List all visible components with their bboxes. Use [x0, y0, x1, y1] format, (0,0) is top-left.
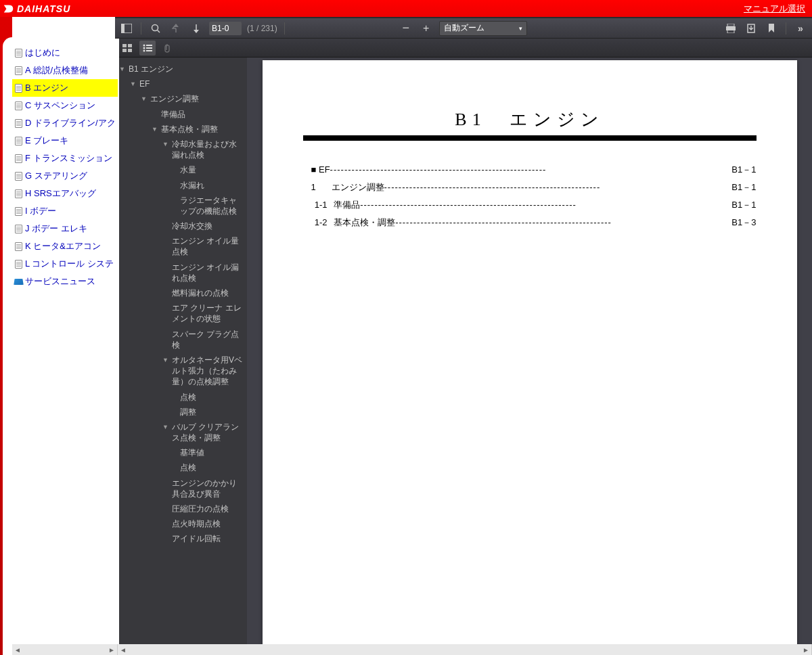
outline-item[interactable]: 点火時期点検: [116, 516, 246, 531]
outline-item[interactable]: ▼B1 エンジン: [116, 62, 246, 76]
outline-item[interactable]: エンジンのかかり具合及び異音: [116, 476, 246, 501]
outline-item[interactable]: ▼基本点検・調整: [116, 122, 246, 137]
zoom-select[interactable]: 自動ズーム ▾: [439, 21, 527, 36]
zoom-in-button[interactable]: +: [419, 21, 434, 36]
more-tools-button[interactable]: »: [793, 21, 808, 36]
outline-label: 準備品: [161, 109, 244, 120]
outline-item[interactable]: 点検: [116, 460, 246, 475]
download-button[interactable]: [744, 21, 759, 36]
bookmark-button[interactable]: [764, 21, 779, 36]
toc-label: 1エンジン調整: [311, 179, 384, 196]
outline-item[interactable]: スパーク プラグ点検: [116, 327, 246, 353]
svg-rect-18: [146, 50, 152, 51]
nav-item-1[interactable]: A 総説/点検整備: [12, 62, 118, 79]
table-of-contents: ■ EF -----------------------------------…: [303, 161, 757, 231]
nav-item-label: A 総説/点検整備: [25, 64, 88, 76]
outline-item[interactable]: エア クリーナ エレメントの状態: [116, 300, 246, 326]
outline-label: エンジン調整: [150, 93, 244, 104]
scroll-right-icon[interactable]: ►: [106, 644, 117, 655]
daihatsu-logo-icon: [3, 3, 15, 14]
outline-item[interactable]: アイドル回転: [116, 531, 246, 546]
next-page-button[interactable]: [189, 21, 204, 36]
scroll-right-icon[interactable]: ►: [800, 644, 811, 655]
nav-item-13[interactable]: サービスニュース: [12, 273, 118, 290]
outline-label: 水量: [180, 164, 244, 175]
nav-item-0[interactable]: はじめに: [12, 44, 118, 62]
outline-label: アイドル回転: [172, 533, 244, 544]
outline-item[interactable]: 調整: [116, 405, 246, 420]
scroll-left-icon[interactable]: ◄: [12, 644, 23, 655]
outline-item[interactable]: エンジン オイル量点検: [116, 233, 246, 259]
outline-label: オルタネータ用Vベルト張力（たわみ量）の点検調整: [172, 355, 244, 388]
prev-page-button[interactable]: [168, 21, 183, 36]
manual-select-link[interactable]: マニュアル選択: [744, 3, 805, 15]
main-area: はじめにA 総説/点検整備B エンジンC サスペンションD ドライブライン/アク…: [0, 17, 812, 655]
outline-label: EF: [139, 78, 244, 89]
outline-item[interactable]: 水漏れ: [116, 178, 246, 193]
thumbnail-view-button[interactable]: [119, 41, 135, 55]
sidebar-toggle-button[interactable]: [119, 21, 134, 36]
nav-item-9[interactable]: I ボデー: [12, 202, 118, 220]
nav-item-12[interactable]: L コントロール システ: [12, 255, 118, 273]
page-count-label: (1 / 231): [247, 24, 277, 33]
nav-item-8[interactable]: H SRSエアバッグ: [12, 185, 118, 202]
document-icon: [14, 189, 23, 198]
caret-icon: ▼: [130, 80, 137, 88]
outline-item[interactable]: 基準値: [116, 445, 246, 460]
nav-item-11[interactable]: K ヒータ&エアコン: [12, 238, 118, 255]
document-icon: [14, 66, 23, 75]
nav-item-4[interactable]: D ドライブライン/アク: [12, 114, 118, 132]
caret-icon: ▼: [152, 125, 158, 133]
caret-icon: ▼: [162, 356, 169, 364]
outline-item[interactable]: 燃料漏れの点検: [116, 286, 246, 300]
nav-item-6[interactable]: F トランスミッション: [12, 150, 118, 167]
nav-item-2[interactable]: B エンジン: [12, 79, 118, 97]
outline-item[interactable]: 点検: [116, 390, 246, 405]
outline-list[interactable]: ▼B1 エンジン▼EF▼エンジン調整準備品▼基本点検・調整▼冷却水量および水漏れ…: [115, 58, 247, 655]
document-icon: [14, 206, 23, 216]
outline-label: ラジエータキャップの機能点検: [180, 195, 244, 217]
outline-item[interactable]: ▼バルブ クリアランス点検・調整: [116, 420, 246, 445]
outline-item[interactable]: ラジエータキャップの機能点検: [116, 193, 246, 219]
print-button[interactable]: [723, 21, 738, 36]
zoom-out-button[interactable]: −: [399, 21, 413, 36]
document-area[interactable]: B1 エンジン ■ EF ---------------------------…: [247, 58, 812, 655]
outline-item[interactable]: 冷却水交換: [116, 219, 246, 233]
toc-page: B1－3: [729, 214, 756, 231]
nav-item-10[interactable]: J ボデー エレキ: [12, 220, 118, 238]
outline-item[interactable]: ▼オルタネータ用Vベルト張力（たわみ量）の点検調整: [116, 353, 246, 390]
nav-item-3[interactable]: C サスペンション: [12, 97, 118, 114]
brand-text: DAIHATSU: [17, 3, 70, 14]
svg-line-3: [158, 30, 160, 32]
outline-item[interactable]: ▼冷却水量および水漏れ点検: [116, 137, 246, 162]
page-number-input[interactable]: [209, 22, 242, 35]
scroll-left-icon[interactable]: ◄: [118, 644, 129, 655]
outline-view-button[interactable]: [139, 41, 156, 55]
outline-item[interactable]: エンジン オイル漏れ点検: [116, 260, 246, 286]
outline-item[interactable]: 水量: [116, 162, 246, 177]
outline-label: エンジン オイル量点検: [172, 235, 244, 257]
outline-item[interactable]: ▼エンジン調整: [116, 91, 246, 106]
chevron-down-icon: ▾: [519, 25, 522, 32]
outline-item[interactable]: 準備品: [116, 107, 246, 122]
outline-label: バルブ クリアランス点検・調整: [172, 422, 244, 443]
bottom-scrollbar[interactable]: ◄► ◄►: [12, 644, 812, 655]
nav-item-7[interactable]: G ステアリング: [12, 167, 118, 185]
nav-item-label: G ステアリング: [25, 170, 87, 182]
book-icon: [14, 277, 23, 286]
outline-item[interactable]: 圧縮圧力の点検: [116, 501, 246, 516]
document-icon: [14, 242, 23, 251]
toc-row: 1エンジン調整 --------------------------------…: [311, 179, 757, 196]
outline-label: 点火時期点検: [172, 518, 244, 529]
nav-item-label: サービスニュース: [25, 275, 95, 288]
search-button[interactable]: [148, 21, 163, 36]
toc-row: ■ EF -----------------------------------…: [311, 161, 757, 179]
outline-label: 燃料漏れの点検: [172, 288, 244, 298]
document-icon: [14, 259, 23, 269]
attachments-button[interactable]: [160, 41, 176, 55]
pdf-page: B1 エンジン ■ EF ---------------------------…: [263, 60, 797, 655]
outline-label: B1 エンジン: [129, 64, 244, 74]
toc-row: 1-2 基本点検・調整 ----------------------------…: [311, 214, 757, 231]
outline-item[interactable]: ▼EF: [116, 76, 246, 91]
nav-item-5[interactable]: E ブレーキ: [12, 132, 118, 150]
